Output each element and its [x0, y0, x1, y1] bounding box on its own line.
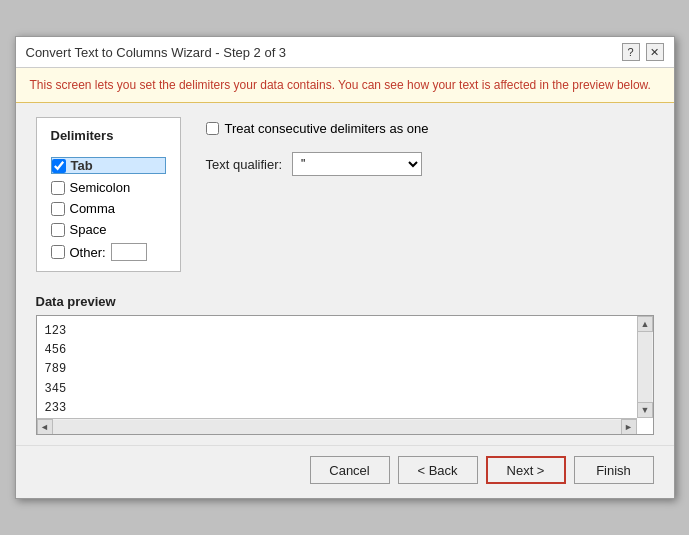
scrollbar-left-arrow[interactable]: ◄ [37, 419, 53, 435]
treat-consecutive-checkbox[interactable] [206, 122, 219, 135]
delimiters-label: Delimiters [51, 128, 166, 143]
other-checkbox[interactable] [51, 245, 65, 259]
other-input[interactable] [111, 243, 147, 261]
qualifier-select[interactable]: " {none} ' [292, 152, 422, 176]
data-preview-label: Data preview [36, 294, 654, 309]
finish-button[interactable]: Finish [574, 456, 654, 484]
treat-consecutive-label: Treat consecutive delimiters as one [225, 121, 429, 136]
scrollbar-h-track[interactable] [53, 420, 621, 434]
info-text: This screen lets you set the delimiters … [30, 78, 651, 92]
scrollbar-horizontal: ◄ ► [37, 418, 637, 434]
scrollbar-vertical: ▲ ▼ [637, 316, 653, 418]
qualifier-row: Text qualifier: " {none} ' [206, 152, 654, 176]
comma-row: Comma [51, 201, 166, 216]
tab-row: Tab [51, 157, 166, 174]
preview-scroll-area[interactable]: 123 456 789 345 233 166 [37, 316, 653, 434]
scrollbar-up-arrow[interactable]: ▲ [637, 316, 653, 332]
tab-label: Tab [71, 158, 93, 173]
space-row: Space [51, 222, 166, 237]
qualifier-label: Text qualifier: [206, 157, 283, 172]
comma-checkbox[interactable] [51, 202, 65, 216]
preview-container[interactable]: 123 456 789 345 233 166 ▲ ▼ ◄ ► [36, 315, 654, 435]
delimiters-group: Delimiters Tab Semicolon Comma Space [36, 117, 181, 272]
close-button[interactable]: ✕ [646, 43, 664, 61]
scrollbar-v-track[interactable] [638, 332, 652, 402]
title-bar-left: Convert Text to Columns Wizard - Step 2 … [26, 45, 287, 60]
treat-consecutive-row: Treat consecutive delimiters as one [206, 121, 654, 136]
other-row: Other: [51, 243, 166, 261]
title-bar-controls: ? ✕ [622, 43, 664, 61]
comma-label: Comma [70, 201, 116, 216]
semicolon-row: Semicolon [51, 180, 166, 195]
title-bar: Convert Text to Columns Wizard - Step 2 … [16, 37, 674, 68]
dialog: Convert Text to Columns Wizard - Step 2 … [15, 36, 675, 499]
next-button[interactable]: Next > [486, 456, 566, 484]
semicolon-label: Semicolon [70, 180, 131, 195]
help-button[interactable]: ? [622, 43, 640, 61]
right-options: Treat consecutive delimiters as one Text… [206, 117, 654, 176]
tab-checkbox[interactable] [52, 159, 66, 173]
info-bar: This screen lets you set the delimiters … [16, 68, 674, 103]
scrollbar-right-arrow[interactable]: ► [621, 419, 637, 435]
other-label: Other: [70, 245, 106, 260]
space-checkbox[interactable] [51, 223, 65, 237]
semicolon-checkbox[interactable] [51, 181, 65, 195]
back-button[interactable]: < Back [398, 456, 478, 484]
dialog-body: Delimiters Tab Semicolon Comma Space [16, 103, 674, 445]
dialog-footer: Cancel < Back Next > Finish [16, 445, 674, 498]
data-preview-section: Data preview 123 456 789 345 233 166 ▲ ▼… [36, 294, 654, 435]
dialog-title: Convert Text to Columns Wizard - Step 2 … [26, 45, 287, 60]
cancel-button[interactable]: Cancel [310, 456, 390, 484]
space-label: Space [70, 222, 107, 237]
scrollbar-down-arrow[interactable]: ▼ [637, 402, 653, 418]
